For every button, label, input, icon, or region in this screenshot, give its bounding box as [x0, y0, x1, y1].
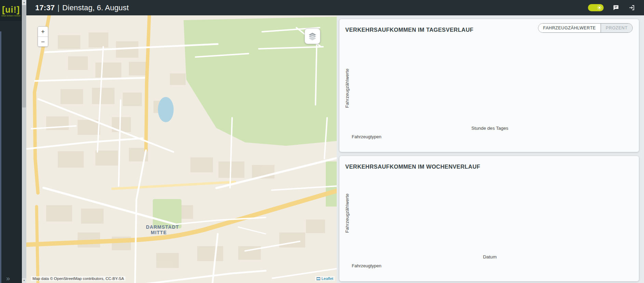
top-header: 17:37|Dienstag, 6. August [26, 0, 644, 15]
chart-legend: Fahrzeugtypen [352, 263, 629, 268]
header-datetime: 17:37|Dienstag, 6. August [35, 3, 129, 12]
sidebar: [ui!] Urban Software Institute » [0, 0, 22, 283]
map-attribution: Map data © OpenStreetMap contributors, C… [31, 276, 125, 281]
zoom-out-button[interactable]: − [38, 37, 48, 46]
map-canvas[interactable]: DARMSTADT MITTE + − Map data © OpenStree… [26, 15, 337, 283]
header-separator: | [57, 3, 59, 12]
scroll-up-arrow-icon[interactable]: ▲ [22, 0, 26, 5]
page-scrollbar[interactable]: ▲ ▼ [22, 0, 26, 283]
sidebar-expand-chevrons-icon[interactable]: » [6, 274, 10, 282]
header-actions [588, 4, 635, 11]
legend-label: Fahrzeugtypen [352, 134, 381, 139]
header-time: 17:37 [35, 3, 55, 12]
bar-chart[interactable] [339, 19, 639, 152]
sun-icon [597, 5, 602, 10]
logout-icon[interactable] [628, 4, 635, 11]
x-axis-title: Stunde des Tages [398, 126, 582, 131]
y-axis-title: Fahrzeugzählwerte [345, 191, 350, 236]
layers-icon [308, 31, 317, 41]
city-label: DARMSTADT MITTE [146, 224, 179, 235]
chart-legend: Fahrzeugtypen [352, 134, 629, 139]
map-tiles [26, 15, 337, 283]
logo-text: [ui!] [2, 5, 20, 15]
panel-wochenverlauf: VERKEHRSAUFKOMMEN IM WOCHENVERLAUF Fahrz… [339, 156, 639, 281]
panel-tagesverlauf: VERKEHRSAUFKOMMEN IM TAGESVERLAUF FAHRZE… [339, 19, 639, 152]
app-root: [ui!] Urban Software Institute » ▲ ▼ 17:… [0, 0, 644, 283]
leaflet-flag-icon [317, 277, 320, 280]
scrollbar-thumb[interactable] [22, 5, 26, 108]
leaflet-link[interactable]: Leaflet [315, 276, 335, 281]
line-chart[interactable] [339, 156, 639, 281]
app-logo[interactable]: [ui!] Urban Software Institute [0, 0, 22, 21]
sidebar-accent-bar [0, 31, 1, 283]
map-pond [158, 97, 174, 122]
y-axis-title: Fahrzeugzählwerte [345, 66, 350, 111]
map-layers-button[interactable] [305, 28, 320, 44]
logo-subtext: Urban Software Institute [1, 15, 20, 17]
light-mode-toggle[interactable] [588, 4, 604, 11]
map-zoom-control: + − [38, 26, 48, 47]
chat-icon[interactable] [613, 4, 619, 11]
scroll-down-arrow-icon[interactable]: ▼ [22, 278, 26, 283]
header-date: Dienstag, 6. August [62, 3, 129, 12]
x-axis-title: Datum [398, 254, 582, 259]
legend-label: Fahrzeugtypen [352, 263, 381, 268]
zoom-in-button[interactable]: + [38, 27, 48, 37]
